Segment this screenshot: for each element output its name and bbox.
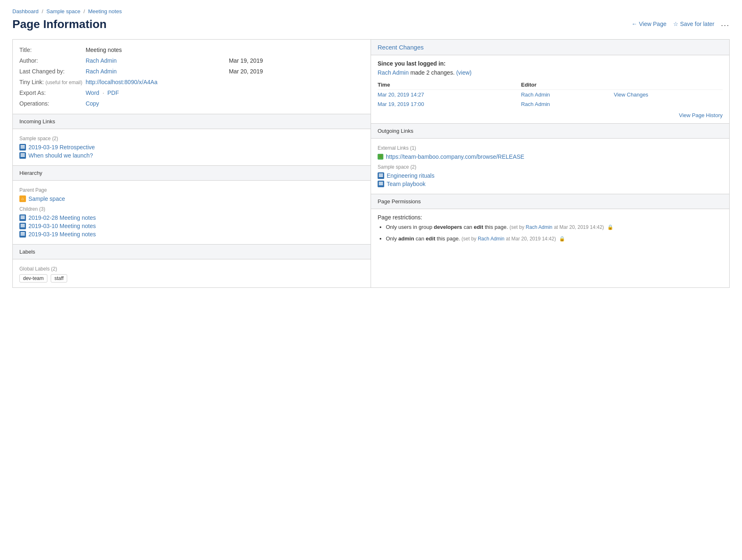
engineering-rituals-link[interactable]: Engineering rituals	[387, 172, 434, 179]
parent-page-item: ⌂ Sample space	[19, 195, 364, 202]
export-word-link[interactable]: Word	[86, 89, 99, 96]
permission-item-1: Only users in group developers can edit …	[386, 223, 723, 231]
outgoing-links-header: Outgoing Links	[371, 124, 729, 139]
page-info-section: Title: Meeting notes Author: Rach Admin …	[13, 40, 371, 114]
changes-view-link[interactable]: (view)	[456, 69, 472, 76]
copy-link[interactable]: Copy	[86, 100, 99, 107]
recent-changes-body: Since you last logged in: Rach Admin mad…	[371, 55, 729, 123]
labels-section: Labels Global Labels (2) dev-team staff	[13, 245, 371, 287]
permission-item-2: Only admin can edit this page. (set by R…	[386, 235, 723, 243]
view-history-container: View Page History	[378, 109, 723, 118]
permissions-list: Only users in group developers can edit …	[378, 223, 723, 242]
incoming-link-retrospective[interactable]: 2019-03-19 Retrospective	[28, 144, 95, 151]
page-info-body: Title: Meeting notes Author: Rach Admin …	[13, 40, 371, 114]
export-pdf-link[interactable]: PDF	[108, 89, 119, 96]
view-page-button[interactable]: ← View Page	[632, 21, 667, 27]
changes-row-2: Mar 19, 2019 17:00 Rach Admin	[378, 99, 723, 109]
perm-set-by-2: (set by	[462, 236, 478, 242]
team-playbook-link[interactable]: Team playbook	[387, 181, 425, 187]
title-value: Meeting notes	[86, 45, 229, 55]
changes-editor-2[interactable]: Rach Admin	[521, 101, 550, 107]
changes-editor-1[interactable]: Rach Admin	[521, 92, 550, 98]
perm-set-by-date-1: at Mar 20, 2019 14:42)	[554, 224, 604, 230]
incoming-links-body: Sample space (2) 2019-03-19 Retrospectiv…	[13, 129, 371, 165]
page-icon	[19, 144, 26, 151]
perm-set-by-author-2[interactable]: Rach Admin	[478, 236, 505, 242]
perm-set-by-1: (set by	[510, 224, 526, 230]
changes-summary-text: made 2 changes.	[410, 69, 456, 76]
main-grid: Title: Meeting notes Author: Rach Admin …	[12, 39, 730, 288]
last-changed-link[interactable]: Rach Admin	[86, 68, 117, 75]
tiny-link-row: Tiny Link: (useful for email) http://loc…	[19, 77, 364, 87]
view-page-history-link[interactable]: View Page History	[679, 112, 723, 118]
changes-table: Time Editor Mar 20, 2019 14:27 Rach Admi…	[378, 80, 723, 109]
changes-row-1: Mar 20, 2019 14:27 Rach Admin View Chang…	[378, 90, 723, 100]
save-for-later-button[interactable]: ☆ Save for later	[673, 21, 714, 27]
last-changed-label: Last Changed by:	[19, 66, 86, 77]
child-item-2: 2019-03-10 Meeting notes	[19, 223, 364, 229]
lock-icon-1: 🔒	[607, 224, 613, 231]
incoming-link-item-1: 2019-03-19 Retrospective	[19, 144, 364, 151]
parent-page-link[interactable]: Sample space	[28, 195, 65, 202]
breadcrumb-sample-space[interactable]: Sample space	[46, 8, 80, 14]
incoming-links-header: Incoming Links	[13, 114, 371, 129]
child-link-1[interactable]: 2019-02-28 Meeting notes	[28, 214, 96, 221]
external-link-item: 🌿 https://team-bamboo.company.com/browse…	[378, 153, 723, 160]
hierarchy-section: Hierarchy Parent Page ⌂ Sample space Chi…	[13, 166, 371, 245]
child-item-1: 2019-02-28 Meeting notes	[19, 214, 364, 221]
incoming-link-item-2: When should we launch?	[19, 152, 364, 159]
child-item-3: 2019-03-19 Meeting notes	[19, 231, 364, 238]
tiny-link-label: Tiny Link: (useful for email)	[19, 77, 86, 87]
more-actions-button[interactable]: ...	[721, 19, 730, 28]
right-column: Recent Changes Since you last logged in:…	[371, 40, 729, 287]
incoming-link-launch[interactable]: When should we launch?	[28, 152, 93, 159]
page-title: Page Information	[12, 18, 107, 31]
lock-icon-2: 🔒	[559, 235, 565, 242]
breadcrumb: Dashboard / Sample space / Meeting notes	[12, 8, 730, 14]
perm-set-by-date-2: at Mar 20, 2019 14:42)	[506, 236, 556, 242]
tiny-link-url[interactable]: http://localhost:8090/x/A4Aa	[86, 79, 157, 85]
perm-text-2b: can	[416, 235, 426, 242]
page-icon	[19, 214, 26, 221]
breadcrumb-meeting-notes[interactable]: Meeting notes	[88, 8, 122, 14]
view-changes-link[interactable]: View Changes	[614, 92, 648, 98]
breadcrumb-dashboard[interactable]: Dashboard	[12, 8, 39, 14]
view-page-arrow-icon: ←	[632, 21, 637, 27]
bamboo-external-link[interactable]: https://team-bamboo.company.com/browse/R…	[386, 153, 524, 160]
title-row: Title: Meeting notes	[19, 45, 364, 55]
labels-body: Global Labels (2) dev-team staff	[13, 259, 371, 287]
label-tag-staff[interactable]: staff	[51, 274, 67, 282]
outgoing-link-playbook: Team playbook	[378, 181, 723, 187]
restrictions-label: Page restrictions:	[378, 214, 723, 221]
last-changed-row: Last Changed by: Rach Admin Mar 20, 2019	[19, 66, 364, 77]
perm-text-2c: this page.	[437, 235, 462, 242]
page-icon	[19, 223, 26, 229]
perm-text-2a: Only	[386, 235, 398, 242]
label-tag-dev-team[interactable]: dev-team	[19, 274, 47, 282]
perm-text-1a: Only users in group	[386, 224, 434, 230]
child-link-2[interactable]: 2019-03-10 Meeting notes	[28, 223, 96, 229]
author-link[interactable]: Rach Admin	[86, 57, 117, 64]
author-label: Author:	[19, 55, 86, 66]
top-bar: Page Information ← View Page ☆ Save for …	[12, 18, 730, 31]
operations-label: Operations:	[19, 98, 86, 109]
page-permissions-header: Page Permissions	[371, 194, 729, 209]
changes-author-link[interactable]: Rach Admin	[378, 69, 409, 76]
page-icon	[378, 181, 384, 187]
global-labels-label: Global Labels (2)	[19, 266, 364, 272]
editor-column-header: Editor	[521, 80, 614, 90]
time-column-header: Time	[378, 80, 521, 90]
title-label: Title:	[19, 45, 86, 55]
incoming-links-section: Incoming Links Sample space (2) 2019-03-…	[13, 114, 371, 166]
operations-row: Operations: Copy	[19, 98, 364, 109]
sample-space-outgoing-label: Sample space (2)	[378, 164, 723, 170]
child-link-3[interactable]: 2019-03-19 Meeting notes	[28, 231, 96, 238]
author-row: Author: Rach Admin Mar 19, 2019	[19, 55, 364, 66]
recent-changes-link[interactable]: Recent Changes	[378, 44, 424, 51]
outgoing-links-body: External Links (1) 🌿 https://team-bamboo…	[371, 139, 729, 194]
perm-set-by-author-1[interactable]: Rach Admin	[526, 224, 552, 230]
outgoing-links-section: Outgoing Links External Links (1) 🌿 http…	[371, 124, 729, 194]
export-row: Export As: Word · PDF	[19, 87, 364, 98]
parent-page-label: Parent Page	[19, 187, 364, 193]
perm-text-1b: can	[464, 224, 474, 230]
